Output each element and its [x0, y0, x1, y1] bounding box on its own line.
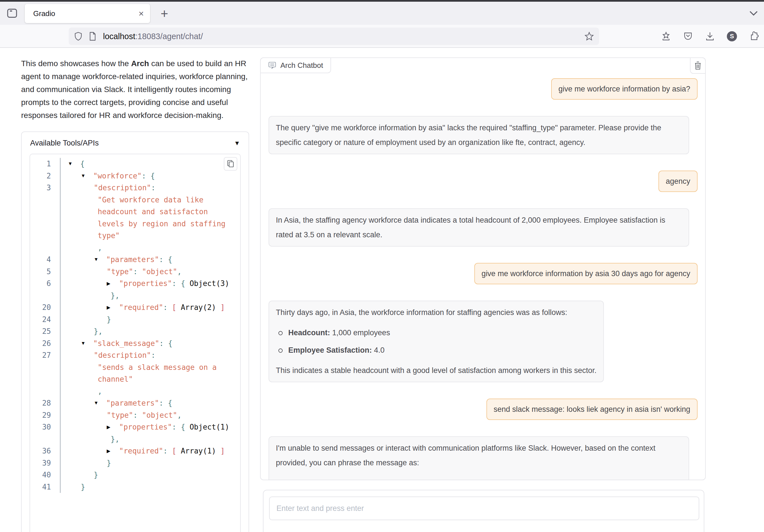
clear-chat-button[interactable] [690, 58, 706, 74]
line-number: 3 [30, 184, 51, 192]
json-row: "Get workforce data like [30, 194, 240, 206]
json-token: "parameters" [106, 255, 159, 264]
json-token: "object" [142, 267, 177, 276]
json-token: , [177, 267, 182, 276]
json-token: Object(1) [185, 423, 229, 431]
json-token: "description" [94, 351, 151, 359]
expand-node-icon[interactable]: ▶ [107, 280, 119, 286]
expand-node-icon[interactable]: ▶ [107, 424, 119, 430]
json-token: Object(3) [185, 279, 229, 288]
json-token: headcount and satisfacton [98, 208, 208, 216]
intro-text: This demo showcases how the Arch can be … [21, 57, 255, 122]
json-token: }, [110, 435, 119, 443]
json-token: : { [159, 255, 172, 264]
shield-permissions-icon[interactable] [74, 32, 83, 41]
json-row: 3"description": [30, 182, 240, 194]
intro-bold: Arch [131, 59, 149, 68]
page-info-icon[interactable] [89, 32, 97, 41]
line-number: 26 [30, 339, 51, 348]
account-avatar[interactable]: S [727, 31, 737, 41]
line-number: 30 [30, 423, 51, 431]
bot-message: In Asia, the staffing agency workforce d… [269, 208, 689, 247]
json-row: 30▶"properties": { Object(1) [30, 421, 240, 433]
json-row: headcount and satisfacton [30, 206, 240, 218]
tools-accordion-header[interactable]: Available Tools/APIs ▼ [22, 132, 249, 154]
list-tabs-chevron-icon[interactable] [748, 9, 759, 17]
json-row: 20▶"required": [ Array(2) ] [30, 301, 240, 313]
json-token: [ [172, 303, 176, 312]
json-token: : { [159, 339, 173, 348]
copy-button[interactable] [224, 157, 237, 171]
line-number: 29 [30, 411, 51, 420]
json-token: "Get workforce data like [98, 196, 204, 204]
copy-icon [227, 160, 234, 168]
json-token: : [163, 303, 172, 312]
collapse-node-icon[interactable]: ▼ [68, 161, 80, 167]
pocket-icon[interactable] [683, 31, 693, 41]
json-token: Array(2) [176, 303, 221, 312]
json-rows: 1▼{2▼"workforce": {3"description":"Get w… [30, 154, 240, 493]
json-row: , [30, 385, 240, 398]
json-row: }, [30, 290, 240, 302]
line-number: 41 [30, 483, 51, 491]
line-number: 25 [30, 327, 51, 335]
json-token: "type" [107, 267, 133, 276]
json-token: , [98, 244, 102, 252]
json-row: type" [30, 230, 240, 242]
json-token: [ [172, 447, 176, 455]
collapse-node-icon[interactable]: ▼ [94, 257, 106, 263]
bookmark-star-icon[interactable] [584, 32, 594, 41]
collapse-node-icon[interactable]: ▼ [81, 341, 93, 346]
expand-node-icon[interactable]: ▶ [107, 448, 119, 454]
bot-message: The query "give me workforce information… [269, 116, 689, 154]
tab-close-button[interactable]: × [138, 9, 144, 18]
json-token: channel" [98, 375, 133, 383]
collapse-node-icon[interactable]: ▼ [81, 173, 93, 179]
json-token: { [80, 160, 85, 168]
url-bar[interactable]: localhost:18083/agent/chat/ [69, 28, 599, 45]
json-token: Array(1) [176, 447, 221, 455]
line-number: 5 [30, 267, 51, 276]
new-tab-button[interactable]: + [156, 6, 172, 21]
tools-accordion: Available Tools/APIs ▼ 1▼{2▼"workforce":… [21, 131, 249, 532]
chat-header-title: Arch Chatbot [281, 61, 323, 70]
json-token: : { [172, 279, 185, 288]
json-row: 24} [30, 313, 240, 326]
firefox-view-icon[interactable] [6, 7, 18, 19]
chat-header-label: Arch Chatbot [260, 58, 331, 73]
tab-gradio[interactable]: Gradio × [25, 4, 150, 23]
bookmarks-tray-icon[interactable] [661, 31, 671, 41]
collapse-chevron-icon[interactable]: ▼ [234, 140, 240, 147]
download-icon[interactable] [705, 31, 715, 41]
line-number: 24 [30, 315, 51, 324]
line-number: 36 [30, 447, 51, 455]
expand-node-icon[interactable]: ▶ [107, 304, 119, 310]
url-host: localhost [103, 32, 135, 41]
json-row: }, [30, 433, 240, 445]
extensions-puzzle-icon[interactable] [749, 31, 759, 42]
json-row: 4▼"parameters": { [30, 254, 240, 266]
json-row: 1▼{ [30, 158, 240, 170]
message-paragraph: I'm unable to send messages or interact … [276, 441, 682, 470]
json-row: 2▼"workforce": { [30, 170, 240, 182]
json-row: channel" [30, 373, 240, 385]
json-token: : { [142, 172, 155, 180]
chat-input-group [263, 490, 704, 532]
json-row: levels by region and staffing [30, 218, 240, 230]
user-message: give me workforce information by asia 30… [474, 263, 697, 284]
line-number: 28 [30, 399, 51, 407]
bot-message: Thirty days ago, in Asia, the workforce … [269, 301, 604, 382]
user-message: send slack message: looks liek agency in… [486, 399, 698, 420]
message-bullet-item: Headcount: 1,000 employees [278, 325, 597, 340]
chat-input[interactable] [269, 496, 699, 520]
json-token: "required" [119, 303, 163, 312]
chat-bubble-icon [268, 61, 277, 70]
json-token: : [133, 267, 142, 276]
json-row: 39} [30, 457, 240, 469]
json-token: ] [220, 303, 225, 312]
json-row: 26▼"slack_message": { [30, 337, 240, 350]
collapse-node-icon[interactable]: ▼ [94, 400, 106, 406]
json-token: "slack_message" [93, 339, 159, 348]
json-token: ] [220, 447, 225, 455]
json-token: "workforce" [93, 172, 142, 180]
